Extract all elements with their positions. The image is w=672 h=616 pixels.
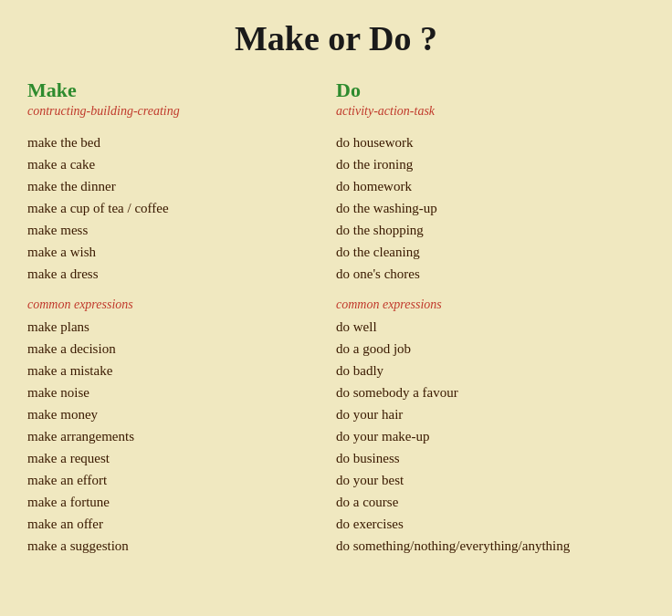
do-common-label: common expressions — [336, 298, 635, 312]
page-title: Make or Do ? — [27, 18, 645, 58]
list-item: do a course — [336, 491, 635, 513]
make-common-list: make plansmake a decisionmake a mistakem… — [27, 316, 327, 557]
list-item: make a cake — [27, 153, 327, 175]
list-item: make an effort — [27, 469, 327, 491]
do-main-list: do houseworkdo the ironingdo homeworkdo … — [336, 131, 635, 285]
list-item: make a fortune — [27, 491, 327, 513]
do-subtitle: activity-action-task — [336, 104, 635, 119]
list-item: make a mistake — [27, 360, 327, 381]
list-item: make arrangements — [27, 425, 327, 447]
list-item: do something/nothing/everything/anything — [336, 535, 635, 557]
make-header: Make — [27, 78, 327, 102]
list-item: make the dinner — [27, 175, 327, 197]
list-item: do the washing-up — [336, 197, 635, 219]
make-subtitle: contructing-building-creating — [27, 104, 327, 119]
list-item: make a decision — [27, 338, 327, 360]
list-item: do well — [336, 316, 635, 338]
list-item: make a wish — [27, 241, 327, 263]
do-column: Do activity-action-task do houseworkdo t… — [336, 78, 645, 557]
list-item: make plans — [27, 316, 327, 338]
list-item: do homework — [336, 175, 635, 197]
list-item: do housework — [336, 131, 635, 153]
list-item: do badly — [336, 360, 635, 381]
make-common-label: common expressions — [27, 298, 327, 312]
list-item: do exercises — [336, 513, 635, 535]
do-header: Do — [336, 78, 635, 102]
list-item: do somebody a favour — [336, 381, 635, 403]
list-item: do your hair — [336, 403, 635, 425]
list-item: do business — [336, 447, 635, 469]
list-item: do a good job — [336, 338, 635, 360]
list-item: do the ironing — [336, 153, 635, 175]
list-item: do the cleaning — [336, 241, 635, 263]
list-item: do the shopping — [336, 219, 635, 241]
list-item: make noise — [27, 381, 327, 403]
list-item: do your make-up — [336, 425, 635, 447]
list-item: do one's chores — [336, 263, 635, 285]
list-item: make the bed — [27, 131, 327, 153]
make-main-list: make the bedmake a cakemake the dinnerma… — [27, 131, 327, 285]
list-item: make a suggestion — [27, 535, 327, 557]
list-item: make an offer — [27, 513, 327, 535]
do-common-list: do welldo a good jobdo badlydo somebody … — [336, 316, 635, 557]
list-item: make money — [27, 403, 327, 425]
list-item: make a cup of tea / coffee — [27, 197, 327, 219]
list-item: make mess — [27, 219, 327, 241]
list-item: do your best — [336, 469, 635, 491]
make-column: Make contructing-building-creating make … — [27, 78, 336, 557]
list-item: make a dress — [27, 263, 327, 285]
list-item: make a request — [27, 447, 327, 469]
